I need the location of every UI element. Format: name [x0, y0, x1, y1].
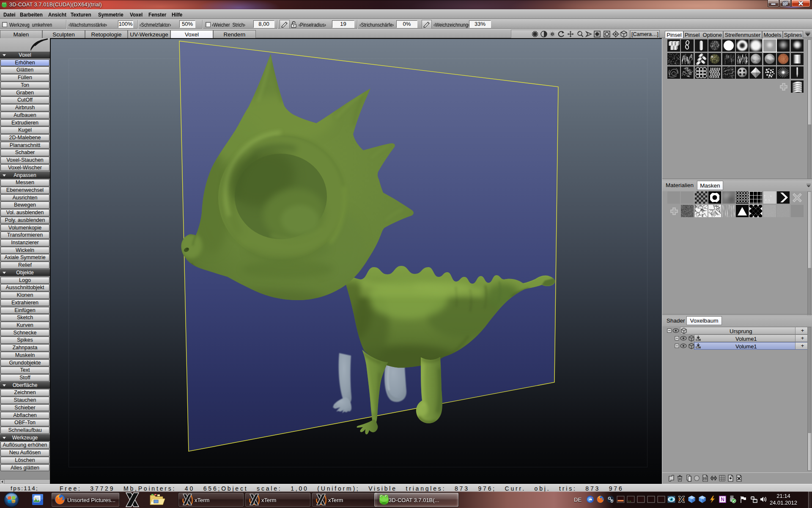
svg-text:N: N	[721, 497, 724, 502]
